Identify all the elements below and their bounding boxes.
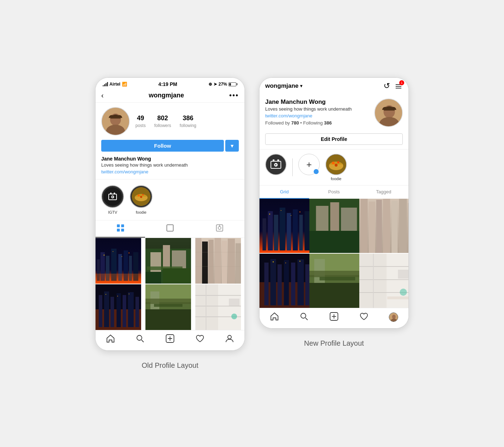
- svg-rect-122: [376, 200, 382, 253]
- svg-rect-13: [117, 224, 120, 227]
- back-button[interactable]: ‹: [101, 91, 104, 100]
- new-tab-posts[interactable]: Posts: [309, 186, 359, 199]
- svg-point-12: [140, 196, 142, 198]
- svg-point-152: [400, 289, 407, 296]
- nav-profile[interactable]: [225, 334, 234, 345]
- new-grid-photo-5[interactable]: [309, 254, 364, 308]
- posts-count: 49: [135, 115, 146, 122]
- new-highlight-foodie[interactable]: foodie: [325, 154, 347, 181]
- new-grid-photo-1[interactable]: [259, 199, 314, 253]
- follow-button[interactable]: Follow: [101, 140, 224, 152]
- grid-photo-2[interactable]: [145, 238, 191, 284]
- svg-point-64: [129, 294, 129, 294]
- highlight-foodie[interactable]: foodie: [130, 185, 153, 214]
- bio-section: Jane Manchun Wong Loves seeing how thing…: [101, 156, 239, 175]
- grid-photo-5[interactable]: [145, 284, 191, 330]
- new-grid-photo-4[interactable]: [259, 254, 314, 308]
- svg-point-138: [299, 261, 300, 262]
- svg-rect-143: [320, 277, 355, 280]
- svg-rect-102: [263, 218, 266, 250]
- highlights-row: IGTV: [96, 179, 245, 220]
- svg-rect-74: [195, 306, 241, 306]
- svg-rect-123: [383, 199, 390, 253]
- new-nav-profile-pic[interactable]: [389, 313, 398, 322]
- svg-point-100: [335, 164, 338, 167]
- svg-point-99: [337, 161, 339, 163]
- follow-dropdown-button[interactable]: ▼: [225, 140, 239, 152]
- new-layout-label: New Profile Layout: [304, 339, 364, 347]
- edit-profile-button[interactable]: Edit Profile: [265, 133, 403, 145]
- add-dot: [314, 169, 319, 174]
- add-circle[interactable]: +: [298, 154, 320, 175]
- new-grid-photo-6[interactable]: [359, 254, 409, 308]
- chevron-down-icon: ▾: [300, 83, 302, 88]
- svg-point-31: [113, 251, 113, 252]
- svg-rect-153: [387, 296, 409, 299]
- new-tab-bar: Grid Posts Tagged: [259, 185, 408, 199]
- svg-rect-92: [273, 159, 274, 161]
- new-nav-heart[interactable]: [359, 312, 369, 322]
- grid-photo-3[interactable]: [195, 238, 241, 284]
- notification-badge[interactable]: 1: [394, 82, 403, 90]
- new-highlight-add[interactable]: +: [298, 154, 320, 175]
- battery-icon: [228, 82, 237, 86]
- svg-rect-5: [114, 193, 115, 194]
- svg-rect-106: [287, 213, 291, 250]
- svg-point-30: [104, 255, 105, 256]
- svg-point-160: [392, 315, 396, 319]
- followers-count: 802: [154, 115, 171, 122]
- new-nav-search[interactable]: [299, 312, 309, 322]
- new-highlight-igtv[interactable]: [265, 154, 287, 175]
- svg-rect-55: [99, 295, 102, 327]
- grid-photo-1[interactable]: [96, 238, 141, 284]
- foodie-icon: [132, 187, 150, 206]
- profile-section: 49 posts 802 followers 386 following: [96, 103, 245, 179]
- old-layout-label: Old Profile Layout: [142, 361, 199, 370]
- new-grid-photo-2[interactable]: [309, 199, 364, 253]
- svg-rect-70: [145, 309, 191, 330]
- svg-rect-126: [408, 203, 409, 253]
- tab-tagged[interactable]: [195, 220, 245, 238]
- new-bio-link[interactable]: twitter.com/wongmjane: [265, 113, 312, 118]
- svg-rect-59: [123, 295, 126, 327]
- more-button[interactable]: •••: [229, 91, 239, 100]
- new-nav-home[interactable]: [270, 312, 279, 322]
- new-bio-area: Jane Manchun Wong Loves seeing how thing…: [265, 98, 370, 126]
- tab-posts[interactable]: [145, 220, 195, 238]
- svg-rect-48: [222, 241, 227, 284]
- svg-point-79: [137, 335, 142, 340]
- nav-search[interactable]: [135, 334, 145, 345]
- svg-rect-133: [291, 263, 295, 305]
- igtv-highlight-circle: [101, 185, 124, 208]
- new-bio-name: Jane Manchun Wong: [265, 98, 370, 106]
- followers-stat: 802 followers: [154, 115, 171, 128]
- svg-rect-76: [206, 284, 206, 330]
- svg-rect-61: [135, 297, 139, 327]
- tab-grid[interactable]: [96, 220, 145, 238]
- nav-home[interactable]: [106, 334, 115, 345]
- svg-point-110: [269, 214, 270, 215]
- svg-point-84: [228, 335, 231, 339]
- new-nav-add[interactable]: [329, 312, 339, 322]
- svg-rect-60: [128, 292, 134, 327]
- stats-row: 49 posts 802 followers 386 following: [135, 115, 239, 128]
- svg-rect-124: [392, 201, 398, 253]
- posts-stat: 49 posts: [135, 115, 146, 128]
- new-tab-grid[interactable]: Grid: [259, 186, 309, 199]
- new-grid-photo-3[interactable]: [359, 199, 409, 253]
- highlight-igtv[interactable]: IGTV: [101, 185, 124, 214]
- svg-point-78: [231, 314, 237, 319]
- svg-rect-4: [110, 193, 112, 194]
- grid-photo-6[interactable]: [195, 284, 241, 330]
- history-icon[interactable]: ↺: [384, 81, 390, 91]
- bio-link[interactable]: twitter.com/wongmjane: [101, 169, 148, 174]
- grid-photo-4[interactable]: [96, 284, 141, 330]
- nav-add[interactable]: [165, 334, 175, 345]
- svg-rect-73: [195, 295, 241, 296]
- new-following-count: 386: [324, 120, 332, 126]
- svg-rect-44: [195, 238, 201, 284]
- follow-btn-row: Follow ▼: [101, 140, 239, 152]
- nav-heart[interactable]: [195, 334, 205, 345]
- new-tab-tagged[interactable]: Tagged: [359, 186, 408, 199]
- svg-rect-56: [104, 291, 109, 327]
